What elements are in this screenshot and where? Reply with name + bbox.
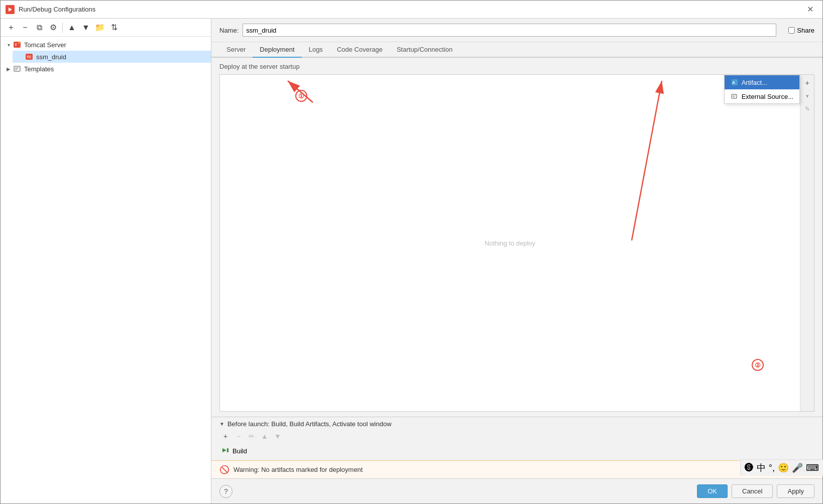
warning-icon: 🚫 (219, 465, 229, 474)
svg-text:T: T (15, 43, 17, 47)
bottom-buttons: OK Cancel Apply (697, 484, 814, 498)
move-down-button[interactable]: ▼ (79, 21, 92, 34)
folder-button[interactable]: 📁 (93, 21, 106, 34)
config-tree: ▾ T Tomcat Server (1, 37, 211, 503)
dialog-title: Run/Debug Configurations (19, 6, 803, 13)
dropdown-popup: A Artifact... (724, 75, 800, 104)
before-launch-section: ▼ Before launch: Build, Build Artifacts,… (211, 417, 822, 460)
left-toolbar: + − ⧉ ⚙ ▲ ▼ 📁 ⇅ (1, 19, 211, 37)
before-launch-toolbar: + − ✏ ▲ ▼ (219, 431, 814, 442)
share-checkbox[interactable] (788, 27, 795, 34)
app-icon (6, 5, 15, 14)
expand-placeholder (17, 53, 25, 61)
tomcat-group-icon: T (13, 40, 22, 49)
tab-deployment[interactable]: Deployment (253, 42, 301, 58)
tree-templates-group[interactable]: ▶ Templates (1, 63, 211, 75)
build-label: Build (232, 447, 247, 455)
sort-button[interactable]: ⇅ (107, 21, 121, 34)
external-icon (731, 92, 739, 100)
deploy-actions: + ▾ ✎ (800, 75, 814, 411)
svg-rect-21 (227, 448, 228, 452)
ssm-druid-icon: TC (25, 52, 34, 61)
nothing-to-deploy-label: Nothing to deploy (485, 239, 535, 247)
move-down-artifact-button[interactable]: ▾ (801, 90, 813, 102)
copy-config-button[interactable]: ⧉ (33, 21, 46, 34)
deploy-list: ① Nothing to deploy ② (220, 75, 800, 411)
tab-bar: Server Deployment Logs Code Coverage Sta… (211, 42, 822, 58)
svg-rect-15 (732, 94, 737, 98)
svg-text:TC: TC (27, 55, 31, 59)
tray-icon-mic[interactable]: 🎤 (792, 462, 803, 473)
name-input[interactable] (243, 24, 776, 37)
tab-server[interactable]: Server (219, 42, 253, 58)
tab-startup-connection[interactable]: Startup/Connection (390, 42, 459, 58)
cancel-button[interactable]: Cancel (732, 484, 773, 498)
deployment-content: Deploy at the server startup ① Nothing t… (211, 58, 822, 417)
before-launch-expand-btn[interactable]: ▼ (219, 421, 224, 427)
external-label: External Source... (742, 93, 793, 100)
share-label: Share (797, 27, 814, 34)
right-panel: Name: Share Server Deployment Logs (211, 19, 822, 503)
templates-icon (13, 64, 22, 73)
help-button[interactable]: ? (219, 485, 232, 498)
system-tray: 🅢 中 °, 🙂 🎤 ⌨ (740, 459, 823, 476)
remove-config-button[interactable]: − (19, 21, 32, 34)
dropdown-external-item[interactable]: External Source... (725, 89, 799, 103)
apply-button[interactable]: Apply (777, 484, 814, 498)
artifact-label: Artifact... (742, 79, 767, 86)
bl-down-button[interactable]: ▼ (272, 431, 284, 442)
share-row: Share (788, 27, 814, 34)
before-launch-header: ▼ Before launch: Build, Build Artifacts,… (219, 420, 814, 428)
bl-edit-button[interactable]: ✏ (246, 431, 258, 442)
run-debug-dialog: Run/Debug Configurations ✕ + − ⧉ ⚙ ▲ ▼ 📁… (0, 0, 823, 504)
deploy-at-startup-label: Deploy at the server startup (219, 63, 814, 70)
before-launch-label: Before launch: Build, Build Artifacts, A… (227, 420, 392, 428)
toolbar-divider (62, 23, 63, 33)
bl-add-button[interactable]: + (219, 431, 231, 442)
svg-point-4 (18, 42, 20, 44)
add-artifact-button[interactable]: + (801, 77, 813, 89)
bl-remove-button[interactable]: − (232, 431, 245, 442)
bl-up-button[interactable]: ▲ (259, 431, 271, 442)
artifact-icon: A (731, 78, 739, 86)
tab-logs[interactable]: Logs (302, 42, 330, 58)
ok-button[interactable]: OK (697, 484, 728, 498)
tree-ssm-druid[interactable]: TC ssm_druid (13, 51, 211, 63)
annotation-2: ② (752, 359, 764, 371)
close-button[interactable]: ✕ (803, 3, 817, 16)
edit-artifact-button[interactable]: ✎ (801, 103, 813, 115)
tray-icon-cn[interactable]: 中 (757, 462, 766, 474)
tray-icon-keyboard[interactable]: ⌨ (806, 462, 819, 473)
tray-icon-s[interactable]: 🅢 (745, 463, 754, 473)
main-content: + − ⧉ ⚙ ▲ ▼ 📁 ⇅ ▾ T (1, 19, 822, 503)
tab-code-coverage[interactable]: Code Coverage (330, 42, 390, 58)
dropdown-artifact-item[interactable]: A Artifact... (725, 75, 799, 89)
svg-text:A: A (732, 80, 735, 85)
tree-sub: TC ssm_druid (1, 51, 211, 63)
warning-text: Warning: No artifacts marked for deploym… (233, 466, 779, 473)
left-panel: + − ⧉ ⚙ ▲ ▼ 📁 ⇅ ▾ T (1, 19, 211, 503)
svg-marker-20 (222, 448, 226, 452)
tray-icon-emoji[interactable]: 🙂 (778, 462, 789, 473)
move-up-button[interactable]: ▲ (65, 21, 78, 34)
tomcat-group-label: Tomcat Server (24, 41, 66, 49)
title-bar: Run/Debug Configurations ✕ (1, 1, 822, 19)
deploy-container: ① Nothing to deploy ② (219, 74, 814, 412)
templates-label: Templates (24, 65, 54, 73)
add-config-button[interactable]: + (5, 21, 18, 34)
expand-icon: ▾ (5, 41, 13, 49)
bottom-bar: ? OK Cancel Apply (211, 478, 822, 503)
build-item: Build (219, 445, 814, 457)
name-row: Name: Share (211, 19, 822, 42)
annotation-1: ① (295, 90, 307, 102)
settings-button[interactable]: ⚙ (47, 21, 60, 34)
tree-tomcat-group[interactable]: ▾ T Tomcat Server (1, 39, 211, 51)
tray-icon-input[interactable]: °, (769, 463, 775, 473)
templates-expand-icon: ▶ (5, 65, 13, 73)
warning-bar: 🚫 Warning: No artifacts marked for deplo… (211, 460, 822, 478)
name-label: Name: (219, 27, 239, 34)
build-arrow-icon (221, 446, 229, 456)
ssm-druid-label: ssm_druid (36, 53, 66, 61)
